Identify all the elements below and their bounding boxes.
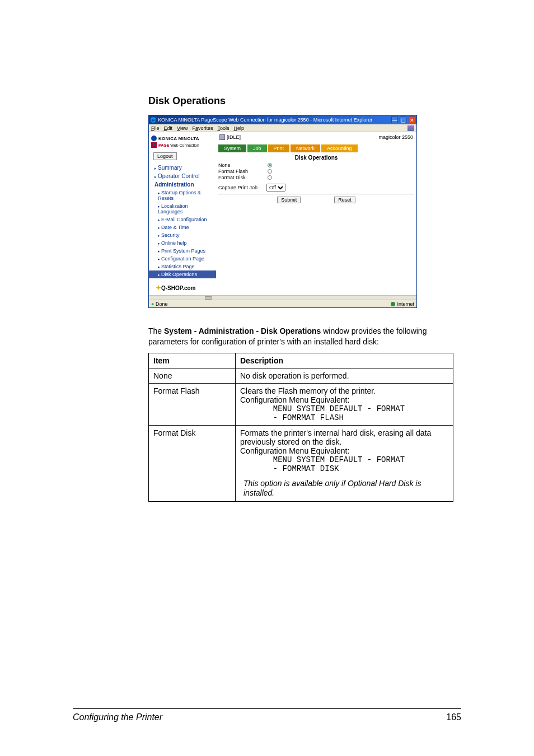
ie-icon: 🌐 (150, 117, 156, 123)
radio-flash-label: Format Flash (218, 169, 252, 174)
browser-window: 🌐 KONICA MINOLTA PageScope Web Connectio… (148, 115, 417, 308)
nav-online-help[interactable]: Online help (149, 239, 216, 247)
tab-bar: System Job Print Network Accounting (218, 144, 414, 152)
menu-tools[interactable]: Tools (217, 125, 229, 131)
menu-file[interactable]: FFileile (151, 125, 160, 131)
nav-statistics-page[interactable]: Statistics Page (149, 263, 216, 270)
nav-summary[interactable]: Summary (149, 164, 216, 172)
pagescope-icon (151, 142, 157, 148)
radio-none[interactable] (268, 163, 272, 167)
menu-view[interactable]: View (177, 125, 188, 131)
tab-job[interactable]: Job (247, 144, 267, 152)
table-row: None No disk operation is performed. (149, 368, 453, 383)
content-panel: [IDLE] magicolor 2550 System Job Print N… (216, 132, 416, 295)
capture-label: Capture Print Job (218, 185, 257, 190)
tab-accounting[interactable]: Accounting (321, 144, 358, 152)
nav-email-config[interactable]: E-Mail Configuration (149, 216, 216, 223)
titlebar: 🌐 KONICA MINOLTA PageScope Web Connectio… (149, 115, 416, 124)
printer-icon (219, 134, 225, 140)
divider (218, 194, 414, 194)
throbber-icon (407, 125, 414, 131)
parameters-table: Item Description None No disk operation … (148, 353, 453, 502)
section-title: Disk Operations (148, 95, 461, 107)
status-bar: ● Done Internet (149, 300, 416, 307)
cell-item: None (149, 368, 236, 383)
col-item: Item (149, 353, 236, 368)
cell-item: Format Disk (149, 425, 236, 501)
cell-desc: Clears the Flash memory of the printer. … (236, 383, 453, 425)
zone-text: Internet (397, 301, 414, 307)
side-nav: Summary Operator Control Administration … (149, 164, 216, 278)
cell-desc: No disk operation is performed. (236, 368, 453, 383)
nav-date-time[interactable]: Date & Time (149, 223, 216, 231)
minimize-button[interactable]: — (391, 116, 398, 123)
menu-edit[interactable]: Edit (164, 125, 173, 131)
qshop-link[interactable]: ✦Q-SHOP.com (156, 284, 216, 292)
nav-print-system-pages[interactable]: Print System Pages (149, 247, 216, 255)
col-description: Description (236, 353, 453, 368)
window-title: KONICA MINOLTA PageScope Web Connection … (158, 117, 372, 123)
table-row: Format Flash Clears the Flash memory of … (149, 383, 453, 425)
menubar: FFileile Edit View Favorites Tools Help (149, 124, 416, 132)
radio-disk-label: Format Disk (218, 175, 252, 180)
submit-button[interactable]: Submit (277, 197, 301, 203)
page-footer: Configuring the Printer 165 (73, 708, 461, 722)
reset-button[interactable]: Reset (334, 197, 355, 203)
km-logo-icon (151, 136, 157, 141)
nav-startup-options[interactable]: Startup Options & Resets (149, 189, 216, 202)
nav-operator-control[interactable]: Operator Control (149, 172, 216, 180)
cell-item: Format Flash (149, 383, 236, 425)
footer-left: Configuring the Printer (73, 712, 162, 722)
tab-system[interactable]: System (218, 144, 246, 152)
globe-icon (391, 302, 395, 306)
status-text: Done (156, 301, 168, 307)
sidebar: KONICA MINOLTA PAGE Web Connection Logou… (149, 132, 216, 295)
menu-help[interactable]: Help (233, 125, 244, 131)
radio-none-label: None (218, 162, 252, 168)
note-text: This option is available only if Optiona… (243, 479, 448, 498)
nav-disk-operations[interactable]: Disk Operations (149, 270, 216, 278)
tab-print[interactable]: Print (268, 144, 290, 152)
menu-favorites[interactable]: Favorites (192, 125, 213, 131)
intro-paragraph: The System - Administration - Disk Opera… (148, 326, 461, 347)
maximize-button[interactable]: ▢ (400, 116, 406, 123)
table-row: Format Disk Formats the printer's intern… (149, 425, 453, 501)
logout-button[interactable]: Logout (153, 152, 177, 160)
footer-page-number: 165 (446, 712, 461, 722)
nav-localization[interactable]: Localization Languages (149, 202, 216, 216)
horizontal-scrollbar[interactable] (149, 295, 416, 300)
panel-title: Disk Operations (218, 155, 414, 161)
page-body: KONICA MINOLTA PAGE Web Connection Logou… (149, 132, 416, 295)
printer-status: [IDLE] (219, 134, 241, 140)
brand-sub: PAGE Web Connection (158, 143, 199, 147)
product-name: magicolor 2550 (378, 134, 413, 140)
radio-format-flash[interactable] (268, 169, 272, 174)
nav-config-page[interactable]: Configuration Page (149, 255, 216, 263)
done-icon: ● (151, 301, 154, 307)
brand-name: KONICA MINOLTA (158, 136, 199, 141)
radio-format-disk[interactable] (268, 175, 272, 180)
nav-administration[interactable]: Administration (149, 180, 216, 189)
nav-security[interactable]: Security (149, 231, 216, 239)
close-button[interactable]: ✕ (409, 116, 415, 123)
tab-network[interactable]: Network (291, 144, 320, 152)
cell-desc: Formats the printer's internal hard disk… (236, 425, 453, 501)
capture-select[interactable]: Off (266, 184, 285, 192)
